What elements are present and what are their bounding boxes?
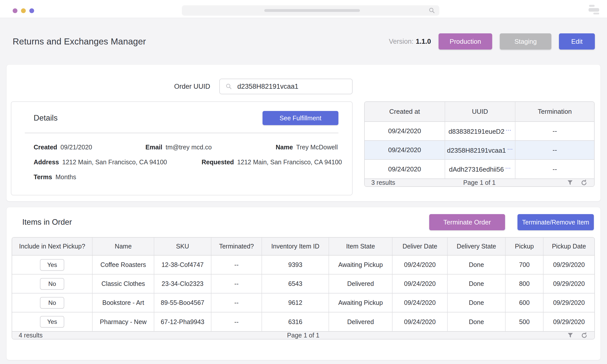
- expand-uuid-icon[interactable]: ⋯: [506, 127, 511, 133]
- items-table: Include in Next Pickup? Name SKU Termina…: [12, 237, 595, 339]
- col-name[interactable]: Name: [92, 238, 154, 255]
- items-header: Items in Order Terminate Order Terminate…: [7, 207, 600, 237]
- col-deliver-date[interactable]: Deliver Date: [392, 238, 447, 255]
- app-header: Returns and Exchanges Manager Version:1.…: [7, 18, 600, 65]
- order-uuid-lookup: Order UUID: [7, 79, 353, 94]
- field-created: Created09/21/2020: [34, 144, 145, 151]
- window-dot-purple-icon[interactable]: [13, 8, 17, 13]
- version-value: 1.1.0: [416, 38, 431, 45]
- menu-bar-small-top: [589, 5, 595, 7]
- orders-row[interactable]: 09/24/2020 dAdh27316edhii56⋯ --: [365, 160, 594, 178]
- col-created-at[interactable]: Created at: [365, 102, 445, 122]
- details-row: Created09/21/2020 Emailtm@trey mcd.co Na…: [34, 140, 342, 155]
- include-pickup-toggle[interactable]: Yes: [40, 316, 64, 328]
- search-icon: [225, 83, 232, 90]
- orders-table-footer: 3 results Page 1 of 1: [365, 178, 594, 186]
- version-info: Version:1.1.0: [389, 38, 431, 46]
- expand-uuid-icon[interactable]: ⋯: [507, 146, 513, 152]
- include-pickup-toggle[interactable]: No: [40, 297, 64, 309]
- field-requested: Requested1212 Main, San Francisco, CA 94…: [202, 158, 342, 166]
- filter-icon[interactable]: [567, 179, 573, 186]
- refresh-icon[interactable]: [581, 332, 588, 339]
- col-item-state[interactable]: Item State: [329, 238, 393, 255]
- col-delivery-state[interactable]: Delivery State: [447, 238, 506, 255]
- menu-bar-small-bottom: [593, 13, 599, 14]
- menu-bar-large: [589, 8, 599, 12]
- details-panel: Details See Fulfillment Created09/21/202…: [11, 101, 353, 195]
- order-overview-card: Order UUID Details See Fulfillment Creat…: [7, 65, 600, 201]
- app-page: Returns and Exchanges Manager Version:1.…: [0, 18, 607, 360]
- col-uuid[interactable]: UUID: [445, 102, 515, 122]
- details-header: Details See Fulfillment: [11, 102, 352, 125]
- orders-row[interactable]: 09/24/2020 d838382191eueD2⋯ --: [365, 122, 594, 141]
- field-terms: TermsMonths: [34, 173, 76, 181]
- details-title: Details: [34, 113, 58, 123]
- filter-icon[interactable]: [567, 332, 574, 339]
- header-actions: Version:1.1.0 Production Staging Edit: [389, 33, 595, 50]
- details-row: Address1212 Main, San Francisco, CA 9410…: [34, 155, 342, 170]
- items-row[interactable]: No Classic Clothes 23-34-Clo2323 -- 6543…: [12, 274, 594, 293]
- items-page-info: Page 1 of 1: [12, 332, 594, 339]
- edit-button[interactable]: Edit: [559, 33, 595, 50]
- see-fulfillment-button[interactable]: See Fulfillment: [263, 111, 338, 125]
- items-in-order-card: Items in Order Terminate Order Terminate…: [7, 207, 600, 360]
- items-title: Items in Order: [22, 218, 72, 227]
- items-row[interactable]: No Bookstore - Art 89-55-Boo4567 -- 9612…: [12, 293, 594, 312]
- url-placeholder-bar: [264, 9, 360, 12]
- expand-uuid-icon[interactable]: ⋯: [505, 165, 511, 171]
- staging-button[interactable]: Staging: [500, 33, 551, 50]
- details-divider: [25, 133, 338, 133]
- field-name: NameTrey McDowell: [276, 144, 338, 151]
- orders-page-info: Page 1 of 1: [365, 179, 594, 186]
- browser-search-bar[interactable]: [182, 5, 439, 16]
- items-header-row: Include in Next Pickup? Name SKU Termina…: [12, 238, 594, 255]
- search-icon[interactable]: [428, 7, 435, 14]
- orders-header-row: Created at UUID Termination: [365, 102, 594, 122]
- include-pickup-toggle[interactable]: Yes: [40, 259, 64, 271]
- col-include-next-pickup[interactable]: Include in Next Pickup?: [12, 238, 92, 255]
- orders-row-selected[interactable]: 09/24/2020 d2358H82191vcaa1⋯ --: [365, 141, 594, 160]
- window-controls: [13, 8, 34, 13]
- version-label: Version:: [389, 38, 414, 45]
- window-dot-yellow-icon[interactable]: [21, 8, 26, 13]
- items-row[interactable]: Yes Coffee Roasters 12-38-Cof4747 -- 939…: [12, 255, 594, 274]
- order-uuid-input-wrap: [219, 79, 353, 94]
- details-fields: Created09/21/2020 Emailtm@trey mcd.co Na…: [11, 140, 352, 185]
- window-menu-icon[interactable]: [589, 5, 600, 14]
- window-titlebar: [0, 0, 607, 18]
- col-sku[interactable]: SKU: [154, 238, 211, 255]
- page-title: Returns and Exchanges Manager: [13, 36, 146, 47]
- orders-table: Created at UUID Termination 09/24/2020 d…: [364, 101, 595, 187]
- terminate-order-button[interactable]: Terminate Order: [429, 214, 505, 230]
- col-terminated[interactable]: Terminated?: [211, 238, 262, 255]
- refresh-icon[interactable]: [580, 179, 588, 186]
- field-address: Address1212 Main, San Francisco, CA 9410…: [34, 158, 202, 166]
- window-dot-indigo-icon[interactable]: [29, 8, 34, 13]
- items-table-footer: 4 results Page 1 of 1: [12, 331, 594, 339]
- terminate-remove-item-button[interactable]: Terminate/Remove Item: [517, 214, 594, 230]
- col-inventory-item-id[interactable]: Inventory Item ID: [262, 238, 329, 255]
- col-pickup-date[interactable]: Pickup Date: [543, 238, 594, 255]
- order-uuid-label: Order UUID: [174, 83, 210, 90]
- field-email: Emailtm@trey mcd.co: [145, 144, 276, 151]
- items-row[interactable]: Yes Pharmacy - New 67-12-Pha9943 -- 6316…: [12, 312, 594, 331]
- order-uuid-input[interactable]: [237, 82, 346, 91]
- col-pickup[interactable]: Pickup: [505, 238, 543, 255]
- col-termination[interactable]: Termination: [515, 102, 594, 122]
- include-pickup-toggle[interactable]: No: [40, 278, 64, 290]
- production-button[interactable]: Production: [439, 33, 492, 50]
- details-row: TermsMonths: [34, 170, 342, 185]
